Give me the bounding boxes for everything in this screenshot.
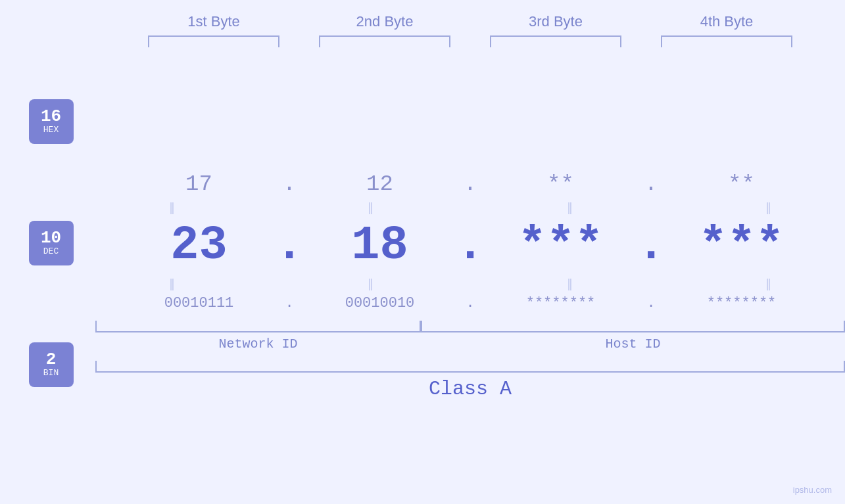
bin-dot2: .: [452, 295, 489, 311]
dec-dot1: .: [272, 219, 308, 273]
byte2-header: 2nd Byte: [312, 13, 457, 30]
badge-hex-label: HEX: [43, 125, 59, 135]
dec-b2-cell: 18: [308, 219, 452, 273]
bracket-b1: [148, 35, 279, 47]
badge-dec: 10 DEC: [29, 221, 74, 265]
network-id-label: Network ID: [95, 336, 421, 352]
badge-bin-label: BIN: [43, 368, 59, 378]
hex-dot2: .: [452, 172, 489, 196]
main-content: 16 HEX 10 DEC 2 BIN 17 .: [0, 54, 845, 504]
hex-b2-cell: 12: [308, 172, 452, 196]
sep1-b2: ‖: [299, 200, 443, 215]
bin-b3-value: ********: [526, 295, 596, 311]
bin-dot3: .: [633, 295, 669, 311]
sep1-b4: ‖: [696, 200, 840, 215]
host-bracket: [421, 321, 845, 332]
sep1-b3: ‖: [497, 200, 642, 215]
badge-hex: 16 HEX: [29, 99, 74, 144]
badge-dec-number: 10: [41, 229, 61, 246]
class-section: Class A: [95, 361, 845, 400]
sep2-b1: ‖: [100, 277, 245, 291]
dec-b1-cell: 23: [127, 219, 272, 273]
bin-row: 00010111 . 00010010 . ******** .: [95, 295, 845, 311]
bin-b2-value: 00010010: [345, 295, 415, 311]
top-brackets: [128, 35, 812, 47]
sep2-b4: ‖: [696, 277, 840, 291]
dec-dot3: .: [633, 219, 669, 273]
hex-b2-value: 12: [366, 172, 393, 196]
bin-b2-cell: 00010010: [308, 295, 452, 311]
dec-b4-value: ***: [699, 219, 785, 273]
sep2-b2: ‖: [299, 277, 443, 291]
dec-b4-cell: ***: [669, 219, 814, 273]
bottom-bracket-lines: [95, 321, 845, 332]
bin-dot1: .: [272, 295, 308, 311]
badge-bin-number: 2: [46, 351, 57, 368]
badge-bin: 2 BIN: [29, 342, 74, 387]
byte3-header: 3rd Byte: [483, 13, 628, 30]
hex-b3-value: **: [547, 172, 574, 196]
hex-b1-value: 17: [185, 172, 212, 196]
sep2-b3: ‖: [497, 277, 642, 291]
dec-b1-value: 23: [170, 219, 227, 273]
hex-b4-value: **: [728, 172, 755, 196]
page-container: 1st Byte 2nd Byte 3rd Byte 4th Byte 16 H…: [0, 0, 845, 504]
dec-b2-value: 18: [351, 219, 408, 273]
sep-row-2: ‖ ‖ ‖ ‖: [95, 277, 845, 291]
bracket-b4: [661, 35, 792, 47]
hex-b4-cell: **: [669, 172, 814, 196]
badge-dec-label: DEC: [43, 246, 59, 257]
dec-dot2: .: [452, 219, 489, 273]
bin-b3-cell: ********: [489, 295, 633, 311]
sep-row-1: ‖ ‖ ‖ ‖: [95, 200, 845, 215]
dec-b3-value: ***: [518, 219, 604, 273]
bin-b4-value: ********: [707, 295, 777, 311]
badge-hex-number: 16: [41, 108, 61, 125]
watermark: ipshu.com: [793, 485, 832, 495]
bracket-b3: [490, 35, 621, 47]
hex-b3-cell: **: [489, 172, 633, 196]
data-rows-wrapper: 17 . 12 . ** . **: [95, 54, 845, 504]
bin-b4-cell: ********: [669, 295, 814, 311]
bin-b1-value: 00010111: [164, 295, 234, 311]
badges-column: 16 HEX 10 DEC 2 BIN: [0, 54, 95, 504]
network-bracket: [95, 321, 421, 332]
byte-headers: 1st Byte 2nd Byte 3rd Byte 4th Byte: [128, 0, 812, 30]
dec-b3-cell: ***: [489, 219, 633, 273]
host-id-label: Host ID: [421, 336, 845, 352]
byte1-header: 1st Byte: [141, 13, 286, 30]
hex-dot1: .: [272, 172, 308, 196]
bin-b1-cell: 00010111: [127, 295, 272, 311]
sep1-b1: ‖: [100, 200, 245, 215]
hex-b1-cell: 17: [127, 172, 272, 196]
class-label: Class A: [95, 378, 845, 400]
dec-row: 23 . 18 . *** . ***: [95, 219, 845, 273]
hex-dot3: .: [633, 172, 669, 196]
id-labels-row: Network ID Host ID: [95, 336, 845, 352]
class-bracket: [95, 361, 845, 373]
bottom-brackets-wrapper: Network ID Host ID: [95, 321, 845, 352]
hex-row: 17 . 12 . ** . **: [95, 172, 845, 196]
byte4-header: 4th Byte: [654, 13, 799, 30]
bracket-b2: [319, 35, 450, 47]
